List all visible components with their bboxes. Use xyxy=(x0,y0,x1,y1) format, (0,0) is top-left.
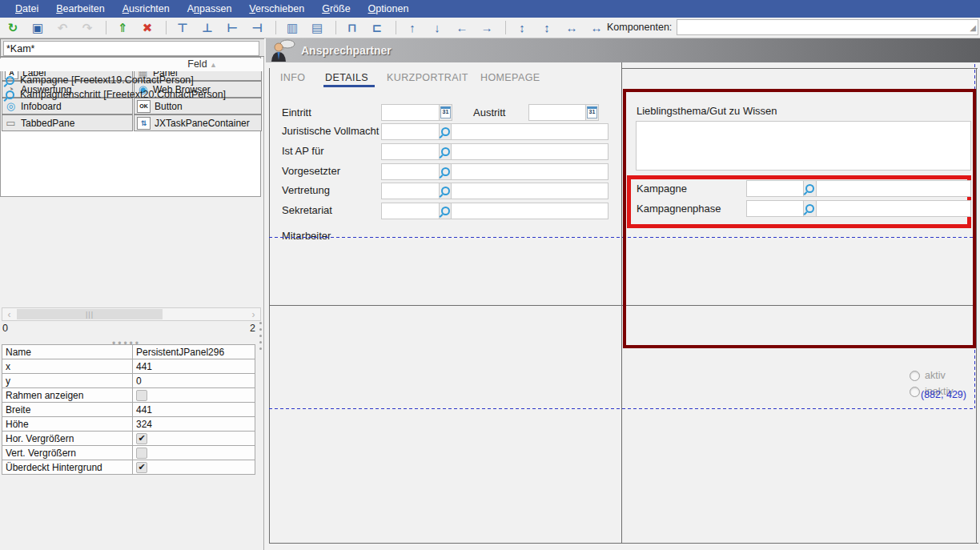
align-left-icon[interactable]: ⊢ xyxy=(224,20,240,36)
field-search-input[interactable] xyxy=(3,41,259,56)
menu-bearbeiten[interactable]: Bearbeiten xyxy=(47,1,113,18)
vorgesetzter-key-input[interactable] xyxy=(381,163,440,180)
menu-groesse[interactable]: Größe xyxy=(313,1,359,18)
eintritt-label: Eintritt xyxy=(282,106,311,118)
grow-height-icon[interactable]: ↕ xyxy=(514,20,530,36)
property-value[interactable]: 441 xyxy=(133,403,255,416)
tab-homepage[interactable]: HOMEPAGE xyxy=(480,72,540,83)
checkbox[interactable] xyxy=(136,448,147,459)
align-bottom-icon[interactable]: ⊥ xyxy=(199,20,215,36)
center-vertical-icon[interactable]: ▤ xyxy=(309,20,325,36)
sekretariat-text-input[interactable] xyxy=(451,203,608,219)
kampagne-lookup-button[interactable] xyxy=(803,180,817,197)
property-value[interactable]: 324 xyxy=(133,417,255,431)
table-row[interactable]: Überdeckt Hintergrund ✔ xyxy=(2,460,255,475)
align-top-icon[interactable]: ⊤ xyxy=(175,20,191,36)
table-row[interactable]: Rahmen anzeigen xyxy=(2,388,255,403)
list-item[interactable]: Kampagnenschritt [Freetext20.ContactPers… xyxy=(0,87,263,102)
grow-width-icon[interactable]: ↔ xyxy=(564,20,580,36)
tab-info[interactable]: INFO xyxy=(280,72,305,83)
table-row[interactable]: Name PersistentJPanel296 xyxy=(2,345,255,359)
move-left-icon[interactable]: ← xyxy=(454,20,470,36)
move-right-icon[interactable]: → xyxy=(479,20,495,36)
kampagne-text-input[interactable] xyxy=(816,180,971,197)
align-right-icon[interactable]: ⊣ xyxy=(249,20,265,36)
lieblingsthema-textarea[interactable] xyxy=(636,121,971,171)
scroll-right-icon[interactable]: › xyxy=(247,308,260,320)
form-designer-canvas: Ansprechpartner INFO DETAILS KURZPORTRAI… xyxy=(264,38,980,550)
juristische-vollmacht-key-input[interactable] xyxy=(381,123,440,140)
horizontal-scrollbar[interactable]: ‹ ||| › xyxy=(2,307,261,321)
checkbox[interactable] xyxy=(136,390,147,401)
property-value[interactable]: PersistentJPanel296 xyxy=(133,345,255,359)
property-value[interactable]: 0 xyxy=(133,374,255,387)
vorgesetzter-text-input[interactable] xyxy=(451,163,608,180)
components-combobox[interactable]: ◢ xyxy=(677,19,978,35)
menu-verschieben[interactable]: Verschieben xyxy=(240,1,313,18)
tab-details[interactable]: DETAILS xyxy=(325,72,368,83)
refresh-icon[interactable]: ↻ xyxy=(5,20,21,36)
table-row[interactable]: Vert. Vergrößern xyxy=(2,446,255,460)
checkbox[interactable]: ✔ xyxy=(136,462,147,473)
scroll-left-icon[interactable]: ‹ xyxy=(2,308,16,320)
menu-anpassen[interactable]: Anpassen xyxy=(179,1,241,18)
austritt-input[interactable] xyxy=(528,104,587,121)
equal-height-icon[interactable]: ⊏ xyxy=(369,20,385,36)
ist-ap-fuer-text-input[interactable] xyxy=(451,143,608,160)
table-row[interactable]: Höhe 324 xyxy=(2,417,255,432)
menu-ausrichten[interactable]: Ausrichten xyxy=(114,1,179,18)
table-row[interactable]: x 441 xyxy=(2,359,255,374)
contact-avatar-icon xyxy=(270,39,297,62)
eintritt-input[interactable] xyxy=(381,104,440,121)
scrollbar-thumb[interactable]: ||| xyxy=(17,309,163,319)
juristische-vollmacht-text-input[interactable] xyxy=(451,123,608,140)
toolbar-separator xyxy=(396,21,396,34)
chevron-down-icon[interactable]: ◢ xyxy=(970,23,976,32)
delete-component-icon[interactable]: ✖ xyxy=(139,20,155,36)
ist-ap-fuer-key-input[interactable] xyxy=(381,143,440,160)
save-icon[interactable]: ▣ xyxy=(30,20,46,36)
move-down-icon[interactable]: ↓ xyxy=(429,20,445,36)
palette-tabbedpane-button[interactable]: ▭ TabbedPane xyxy=(2,114,133,131)
tab-kurzportrait[interactable]: KURZPORTRAIT xyxy=(387,72,468,83)
kampagnenphase-key-input[interactable] xyxy=(746,200,805,217)
vorgesetzter-label: Vorgesetzter xyxy=(282,165,340,177)
radio-aktiv[interactable]: aktiv xyxy=(910,370,946,381)
palette-jxtaskpane-button[interactable]: ⇅ JXTaskPaneContainer xyxy=(134,114,262,131)
undo-icon[interactable]: ↶ xyxy=(54,20,70,36)
checkbox[interactable]: ✔ xyxy=(136,433,147,444)
equal-width-icon[interactable]: ⊓ xyxy=(344,20,360,36)
kampagne-key-input[interactable] xyxy=(746,180,805,197)
redo-icon[interactable]: ↷ xyxy=(79,20,95,36)
vertretung-key-input[interactable] xyxy=(381,183,440,199)
active-tab-underline xyxy=(323,85,375,87)
property-label: Überdeckt Hintergrund xyxy=(2,460,133,474)
table-row[interactable]: Hor. Vergrößern ✔ xyxy=(2,432,255,446)
vertretung-text-input[interactable] xyxy=(451,183,608,199)
table-row[interactable]: y 0 xyxy=(2,374,255,388)
radio-icon[interactable] xyxy=(910,371,920,381)
kampagnenphase-text-input[interactable] xyxy=(816,200,971,217)
shrink-height-icon[interactable]: ↕ xyxy=(539,20,555,36)
shrink-width-icon[interactable]: ↔ xyxy=(588,20,604,36)
menu-datei[interactable]: Datei xyxy=(6,1,47,18)
property-table: Name PersistentJPanel296 x 441 y 0 Rahme… xyxy=(2,344,255,475)
vertretung-label: Vertretung xyxy=(282,184,330,196)
center-horizontal-icon[interactable]: ▥ xyxy=(284,20,300,36)
editor-header: Ansprechpartner xyxy=(266,38,980,62)
toolbar-separator xyxy=(275,21,276,34)
menu-optionen[interactable]: Optionen xyxy=(359,1,418,18)
eintritt-calendar-button[interactable]: 31 xyxy=(439,104,452,121)
vertical-splitter-handle[interactable] xyxy=(259,322,262,350)
list-item[interactable]: Kampagne [Freetext19.ContactPerson] xyxy=(0,73,263,87)
table-row[interactable]: Breite 441 xyxy=(2,403,255,417)
folder-icon: ▭ xyxy=(5,118,17,129)
radio-icon[interactable] xyxy=(910,387,920,397)
sekretariat-key-input[interactable] xyxy=(381,203,440,219)
tab-order-icon[interactable]: ⇑ xyxy=(114,20,131,36)
austritt-calendar-button[interactable]: 31 xyxy=(585,104,599,121)
kampagnenphase-lookup-button[interactable] xyxy=(803,200,817,217)
field-column-header[interactable]: Feld ▲ xyxy=(0,58,263,71)
property-value[interactable]: 441 xyxy=(133,359,255,373)
move-up-icon[interactable]: ↑ xyxy=(404,20,420,36)
